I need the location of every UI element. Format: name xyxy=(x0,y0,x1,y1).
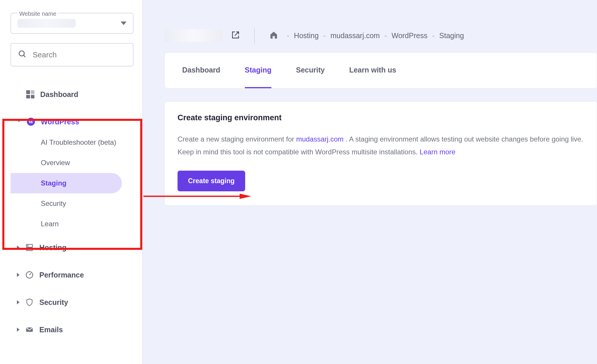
shield-icon xyxy=(25,298,34,307)
sidebar-item-label: WordPress xyxy=(41,118,79,126)
breadcrumb-item[interactable]: Staging xyxy=(439,31,464,40)
sidebar-item-label: Overview xyxy=(41,159,70,167)
breadcrumb: - Hosting - mudassarj.com - WordPress - … xyxy=(287,31,464,40)
svg-text:W: W xyxy=(28,119,34,125)
sidebar-subitem-learn[interactable]: Learn xyxy=(10,214,122,234)
chevron-right-icon xyxy=(17,245,20,250)
search-icon xyxy=(18,50,27,60)
panel-description: Create a new staging environment for mud… xyxy=(178,133,584,158)
sidebar-item-label: Security xyxy=(41,199,66,208)
create-staging-button[interactable]: Create staging xyxy=(178,171,245,191)
sidebar-item-label: Performance xyxy=(39,271,84,279)
dashboard-icon xyxy=(26,90,35,99)
topbar: - Hosting - mudassarj.com - WordPress - … xyxy=(143,0,597,50)
sidebar-item-label: Hosting xyxy=(39,243,66,252)
sidebar-item-wordpress[interactable]: W WordPress xyxy=(10,111,134,132)
svg-point-0 xyxy=(19,51,24,56)
breadcrumb-item[interactable]: Hosting xyxy=(294,31,319,40)
breadcrumb-sep: - xyxy=(432,31,434,40)
tab-staging[interactable]: Staging xyxy=(245,53,272,88)
chevron-right-icon xyxy=(17,328,20,332)
sidebar-subitem-security[interactable]: Security xyxy=(10,193,122,214)
chevron-down-icon xyxy=(17,119,21,124)
sidebar-item-security[interactable]: Security xyxy=(10,292,134,313)
open-external-icon[interactable] xyxy=(231,31,240,40)
sidebar-item-emails[interactable]: Emails xyxy=(10,319,134,340)
sidebar-item-label: Learn xyxy=(41,220,59,228)
svg-line-1 xyxy=(24,55,25,57)
sidebar-item-label: Emails xyxy=(39,326,63,334)
search-input[interactable] xyxy=(33,50,127,59)
tab-security[interactable]: Security xyxy=(296,53,325,88)
sidebar: Website name Dashboard xyxy=(0,0,143,364)
tab-label: Staging xyxy=(245,66,272,74)
website-select-label: Website name xyxy=(17,10,58,17)
tab-dashboard[interactable]: Dashboard xyxy=(182,53,220,88)
gauge-icon xyxy=(25,270,34,280)
chevron-right-icon xyxy=(17,273,20,277)
site-title-redacted xyxy=(164,29,223,42)
sidebar-item-performance[interactable]: Performance xyxy=(10,264,134,285)
tab-label: Security xyxy=(296,66,325,74)
staging-panel: Create staging environment Create a new … xyxy=(164,101,597,206)
sidebar-subitem-staging[interactable]: Staging xyxy=(10,173,122,193)
breadcrumb-item[interactable]: mudassarj.com xyxy=(330,31,380,40)
server-icon xyxy=(25,243,34,252)
breadcrumb-sep: - xyxy=(323,31,326,40)
sidebar-item-label: AI Troubleshooter (beta) xyxy=(41,138,116,146)
sidebar-submenu-wordpress: AI Troubleshooter (beta) Overview Stagin… xyxy=(10,132,134,234)
svg-point-6 xyxy=(27,245,28,246)
mail-icon xyxy=(25,325,34,334)
panel-title: Create staging environment xyxy=(178,113,584,122)
sidebar-subitem-ai-troubleshooter[interactable]: AI Troubleshooter (beta) xyxy=(10,132,122,153)
sidebar-item-dashboard[interactable]: Dashboard xyxy=(10,84,134,105)
svg-line-9 xyxy=(29,273,31,275)
sidebar-item-label: Dashboard xyxy=(40,90,78,99)
learn-more-link[interactable]: Learn more xyxy=(420,148,456,156)
wordpress-icon: W xyxy=(26,117,36,126)
sidebar-nav: Dashboard W WordPress AI Troubleshooter … xyxy=(10,84,134,340)
tabs: Dashboard Staging Security Learn with us xyxy=(164,52,597,89)
sidebar-item-label: Security xyxy=(39,298,68,307)
tab-label: Dashboard xyxy=(182,66,220,74)
panel-desc-pre: Create a new staging environment for xyxy=(178,135,296,143)
chevron-right-icon xyxy=(17,300,20,304)
main-content: - Hosting - mudassarj.com - WordPress - … xyxy=(143,0,597,364)
chevron-down-icon xyxy=(121,22,127,25)
divider xyxy=(254,27,255,44)
website-select-value-redacted xyxy=(17,19,76,28)
search-input-container[interactable] xyxy=(10,43,134,66)
breadcrumb-sep: - xyxy=(384,31,387,40)
sidebar-subitem-overview[interactable]: Overview xyxy=(10,153,122,173)
breadcrumb-sep: - xyxy=(287,31,289,40)
breadcrumb-item[interactable]: WordPress xyxy=(391,31,427,40)
svg-point-7 xyxy=(27,249,28,250)
domain-link[interactable]: mudassarj.com xyxy=(296,135,344,143)
tab-learn-with-us[interactable]: Learn with us xyxy=(349,53,396,88)
home-icon[interactable] xyxy=(269,31,278,40)
sidebar-item-hosting[interactable]: Hosting xyxy=(10,237,134,258)
tab-label: Learn with us xyxy=(349,66,396,74)
sidebar-item-label: Staging xyxy=(41,179,66,187)
